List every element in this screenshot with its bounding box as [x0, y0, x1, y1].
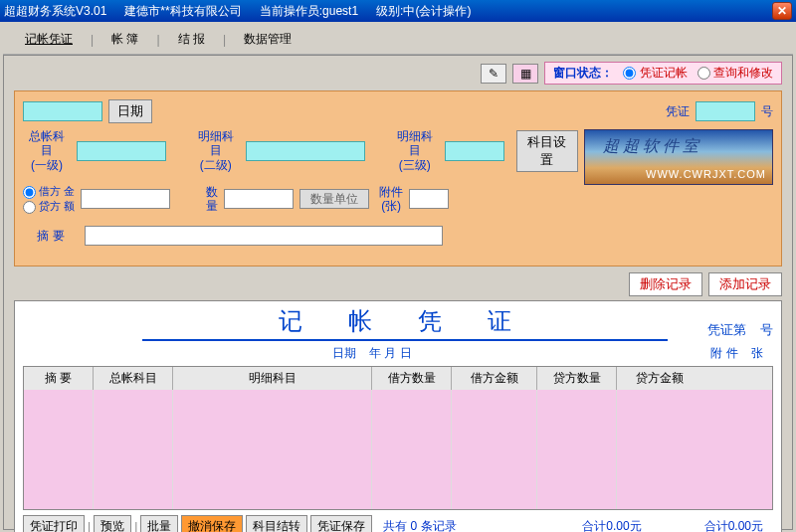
col-summary: 摘 要 — [24, 367, 94, 390]
voucher-save-button[interactable]: 凭证保存 — [310, 515, 372, 532]
status-label: 窗口状态： — [553, 65, 613, 82]
company-name: 建德市**科技有限公司 — [124, 3, 241, 20]
batch-button[interactable]: 批量 — [140, 515, 178, 532]
date-button[interactable]: 日期 — [108, 99, 152, 123]
menubar: 记帐凭证 | 帐 簿 | 结 报 | 数据管理 — [3, 25, 793, 55]
footer-bar: 凭证打印| 预览| 批量 撤消保存 科目结转 凭证保存 共有 0 条记录 合计0… — [23, 510, 773, 532]
preview-button[interactable]: 预览 — [94, 515, 131, 532]
col-credit-amt: 贷方金额 — [617, 367, 702, 390]
entry-form: 日期 凭证 号 总帐科目 (一级) 明细科目 (二级) 明细科目 (三级) — [14, 90, 782, 266]
acct1-label: 总帐科目 (一级) — [23, 129, 71, 172]
menu-data[interactable]: 数据管理 — [230, 29, 305, 50]
grid-icon[interactable]: ▦ — [512, 64, 538, 84]
acct1-input[interactable] — [77, 141, 166, 161]
voucher-no-input[interactable] — [696, 101, 755, 121]
radio-query-edit[interactable]: 查询和修改 — [697, 65, 773, 82]
col-acct: 总帐科目 — [94, 367, 173, 390]
record-count: 共有 0 条记录 — [383, 518, 456, 532]
add-record-button[interactable]: 添加记录 — [708, 272, 782, 296]
pen-icon[interactable]: ✎ — [481, 64, 506, 84]
acct-setup-button[interactable]: 科目设置 — [516, 130, 578, 172]
undo-save-button[interactable]: 撤消保存 — [181, 515, 243, 532]
amount-input[interactable] — [81, 189, 170, 209]
voucher-label: 凭证 — [666, 103, 690, 120]
voucher-grid: 摘 要 总帐科目 明细科目 借方数量 借方金额 贷方数量 贷方金额 — [23, 366, 773, 510]
menu-ledger[interactable]: 帐 簿 — [98, 29, 152, 50]
print-button[interactable]: 凭证打印 — [23, 515, 85, 532]
close-icon[interactable]: ✕ — [772, 2, 792, 20]
qty-input[interactable] — [224, 189, 294, 209]
col-debit-amt: 借方金额 — [452, 367, 537, 390]
radio-debit[interactable]: 借方 金 — [23, 184, 75, 199]
delete-record-button[interactable]: 删除记录 — [629, 272, 702, 296]
voucher-title: 记 帐 凭 证 — [142, 305, 668, 341]
app-name: 超超财务系统V3.01 — [4, 3, 106, 20]
item-close-button[interactable]: 科目结转 — [246, 515, 307, 532]
sum-credit: 合计0.00元 — [704, 518, 763, 532]
col-debit-qty: 借方数量 — [372, 367, 452, 390]
grid-body[interactable] — [24, 390, 772, 509]
acct3-label: 明细科目 (三级) — [391, 129, 439, 172]
qty-unit: 数量单位 — [299, 189, 369, 209]
sum-debit: 合计0.00元 — [582, 518, 641, 532]
menu-voucher[interactable]: 记帐凭证 — [11, 29, 87, 50]
acct2-input[interactable] — [246, 141, 365, 161]
operator: 当前操作员:guest1 — [260, 3, 358, 20]
window-status: 窗口状态： 凭证记帐 查询和修改 — [544, 62, 782, 85]
date-input[interactable] — [23, 101, 102, 121]
menu-report[interactable]: 结 报 — [164, 29, 219, 50]
col-credit-qty: 贷方数量 — [537, 367, 617, 390]
acct2-label: 明细科目 (二级) — [192, 129, 240, 172]
attach-label: 附件 (张) — [379, 185, 403, 214]
summary-label: 摘 要 — [23, 228, 79, 245]
voucher-area: 记 帐 凭 证 凭证第 号 日期 年 月 日 附 件 张 摘 要 总帐科目 明细… — [14, 300, 782, 532]
qty-label: 数 量 — [206, 185, 218, 214]
level: 级别:中(会计操作) — [376, 3, 471, 20]
col-detail: 明细科目 — [173, 367, 372, 390]
titlebar: 超超财务系统V3.01 建德市**科技有限公司 当前操作员:guest1 级别:… — [0, 0, 796, 22]
summary-input[interactable] — [85, 226, 443, 246]
banner-image: 超超软件室 WWW.CWRJXT.COM — [584, 129, 773, 185]
attach-input[interactable] — [409, 189, 449, 209]
acct3-input[interactable] — [445, 141, 504, 161]
radio-credit[interactable]: 贷方 额 — [23, 199, 75, 214]
voucher-suffix: 号 — [761, 103, 773, 120]
radio-voucher-entry[interactable]: 凭证记帐 — [623, 65, 687, 82]
